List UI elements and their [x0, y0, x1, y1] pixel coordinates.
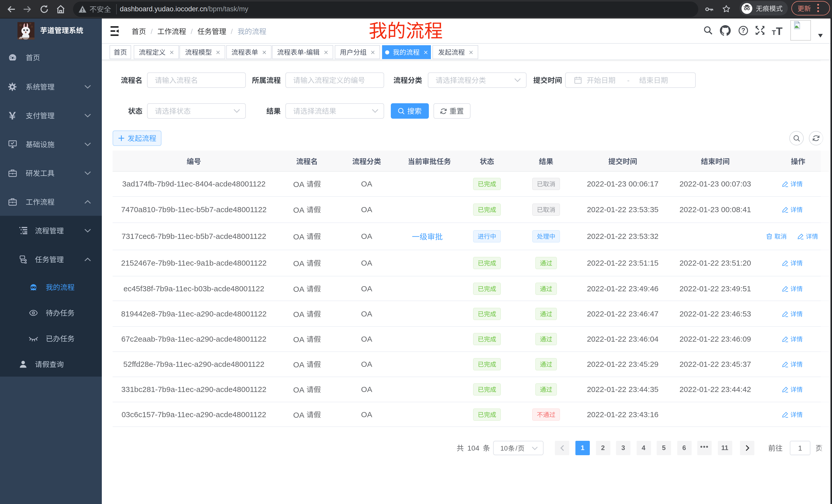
svg-text:?: ?: [741, 27, 745, 34]
